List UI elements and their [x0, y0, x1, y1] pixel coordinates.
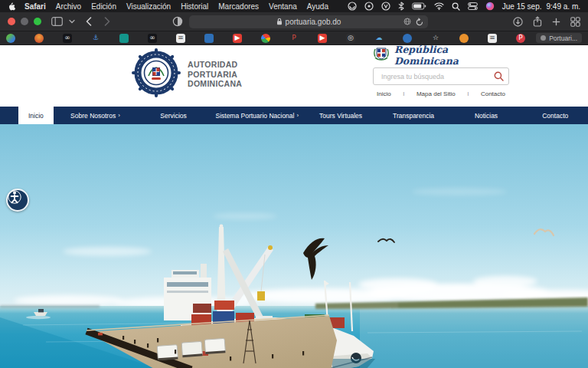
quicklink-contacto[interactable]: Contacto — [481, 90, 505, 97]
republic-banner: República Dominicana — [373, 47, 509, 64]
port-authority-seal-icon — [132, 48, 181, 100]
reload-icon[interactable] — [416, 18, 423, 26]
window-controls — [8, 18, 41, 25]
menu-bar-clock[interactable]: Jue 15 sep. 9:49 a. m. — [502, 2, 580, 11]
chevron-right-icon: › — [296, 112, 299, 119]
coat-of-arms-icon — [373, 47, 390, 64]
red-p-favicon[interactable]: P — [289, 34, 299, 43]
page-badge-icon[interactable] — [403, 18, 411, 25]
chrome-favicon[interactable] — [261, 34, 270, 43]
mask-favicon[interactable]: ∞ — [63, 34, 72, 43]
apple-menu-icon[interactable] — [8, 2, 15, 11]
tab-favicon — [541, 35, 546, 41]
star-favicon[interactable]: ☆ — [431, 34, 440, 43]
accessibility-icon — [8, 190, 21, 204]
app-menu-icon-3[interactable] — [381, 2, 390, 11]
forward-button[interactable] — [104, 17, 110, 26]
active-tab[interactable]: Portuari... — [536, 33, 582, 43]
quicklink-mapa-del-sitio[interactable]: Mapa del Sitio — [416, 90, 456, 97]
siri-icon[interactable] — [485, 2, 495, 11]
globe-favicon[interactable] — [6, 34, 15, 43]
url-text: portuaria.gob.do — [286, 18, 341, 26]
port-scene: LOMBOK STRAIT — [0, 124, 588, 368]
menu-bar-time: 9:49 a. m. — [547, 2, 580, 11]
safari-toolbar: portuaria.gob.do — [0, 12, 588, 31]
menu-item-ventana[interactable]: Ventana — [269, 2, 297, 11]
accessibility-widget-button[interactable] — [6, 189, 29, 212]
favorites-icons: ∞⚓∞≡▶P▶◎☁☆≡P — [6, 34, 525, 43]
new-tab-icon[interactable] — [552, 18, 560, 26]
search-input[interactable] — [374, 73, 488, 80]
nav-item-noticias[interactable]: Noticias — [450, 107, 523, 124]
youtube-favicon-2[interactable]: ▶ — [318, 34, 327, 43]
flame-favicon[interactable] — [34, 34, 44, 43]
menu-item-ayuda[interactable]: Ayuda — [307, 2, 328, 11]
site-header: AUTORIDAD PORTUARIA DOMINICANA — [0, 45, 588, 107]
republic-label: República Dominicana — [394, 44, 509, 67]
menu-bar-date: Jue 15 sep. — [502, 2, 542, 11]
menu-item-historial[interactable]: Historial — [181, 2, 208, 11]
pinterest-favicon[interactable]: P — [516, 34, 525, 43]
menu-item-safari[interactable]: Safari — [24, 2, 46, 11]
address-bar[interactable]: portuaria.gob.do — [189, 15, 428, 28]
blue-app-favicon[interactable] — [403, 34, 412, 43]
youtube-favicon[interactable]: ▶ — [233, 34, 242, 43]
bluetooth-icon[interactable] — [398, 2, 404, 11]
brand-name: AUTORIDAD PORTUARIA DOMINICANA — [188, 60, 242, 89]
quicklinks: InicioIMapa del SitioIContacto — [373, 90, 509, 97]
anchor-favicon[interactable]: ⚓ — [91, 34, 100, 43]
macos-menu-bar: SafariArchivoEdiciónVisualizaciónHistori… — [0, 0, 588, 12]
battery-icon[interactable] — [412, 2, 426, 10]
nav-item-tours-virtuales[interactable]: Tours Virtuales — [305, 107, 377, 124]
menu-item-edicion[interactable]: Edición — [91, 2, 116, 11]
cloud-favicon[interactable]: ☁ — [374, 34, 384, 43]
site-logo[interactable]: AUTORIDAD PORTUARIA DOMINICANA — [132, 48, 242, 100]
close-window-button[interactable] — [8, 18, 15, 25]
downloads-icon[interactable] — [513, 17, 523, 27]
quicklink-inicio[interactable]: Inicio — [377, 90, 391, 97]
minimize-window-button[interactable] — [21, 18, 28, 25]
blue-shield-favicon[interactable] — [204, 34, 214, 43]
control-center-icon[interactable] — [468, 2, 478, 10]
quicklink-separator: I — [467, 90, 469, 97]
menu-bar-status-area: Jue 15 sep. 9:49 a. m. — [348, 2, 580, 11]
main-nav: InicioSobre Nosotros›ServiciosSistema Po… — [0, 107, 588, 124]
document-favicon-2[interactable]: ≡ — [488, 34, 497, 43]
nav-item-contacto[interactable]: Contacto — [523, 107, 588, 124]
menu-item-marcadores[interactable]: Marcadores — [218, 2, 259, 11]
share-icon[interactable] — [533, 16, 542, 27]
quicklink-separator: I — [403, 90, 404, 97]
zoom-window-button[interactable] — [34, 18, 41, 25]
camera-favicon[interactable]: ◎ — [346, 34, 355, 43]
nav-item-sistema-portuario-nacional[interactable]: Sistema Portuario Nacional› — [210, 107, 304, 124]
wifi-icon[interactable] — [434, 2, 444, 10]
header-right: República Dominicana InicioIMapa del Sit… — [373, 47, 509, 97]
orange-favicon[interactable] — [459, 34, 469, 43]
menu-item-archivo[interactable]: Archivo — [56, 2, 81, 11]
chevron-right-icon: › — [118, 112, 120, 119]
search-button[interactable] — [488, 68, 508, 84]
app-menu-icon-2[interactable] — [364, 2, 374, 11]
document-favicon[interactable]: ≡ — [176, 34, 185, 43]
spotlight-search-icon[interactable] — [452, 2, 460, 11]
menu-item-visualizacion[interactable]: Visualización — [126, 2, 171, 11]
nav-item-sobre-nosotros[interactable]: Sobre Nosotros› — [54, 107, 137, 124]
teal-app-favicon[interactable] — [119, 34, 129, 43]
mask-favicon-2[interactable]: ∞ — [148, 34, 157, 43]
lock-icon — [276, 18, 283, 25]
sidebar-chevron-icon[interactable] — [69, 19, 75, 24]
tab-title: Portuari... — [549, 34, 577, 42]
app-menu-icon-1[interactable] — [348, 2, 357, 11]
sidebar-icon[interactable] — [51, 17, 63, 26]
menu-items: SafariArchivoEdiciónVisualizaciónHistori… — [24, 2, 328, 11]
tab-overview-icon[interactable] — [570, 17, 580, 27]
site-search — [373, 67, 509, 85]
back-button[interactable] — [86, 17, 92, 26]
nav-item-inicio[interactable]: Inicio — [18, 107, 54, 124]
nav-item-transparencia[interactable]: Transparencia — [377, 107, 450, 124]
nav-item-servicios[interactable]: Servicios — [137, 107, 210, 124]
page-appearance-icon[interactable] — [172, 16, 183, 27]
hero-image: LOMBOK STRAIT — [0, 124, 588, 368]
